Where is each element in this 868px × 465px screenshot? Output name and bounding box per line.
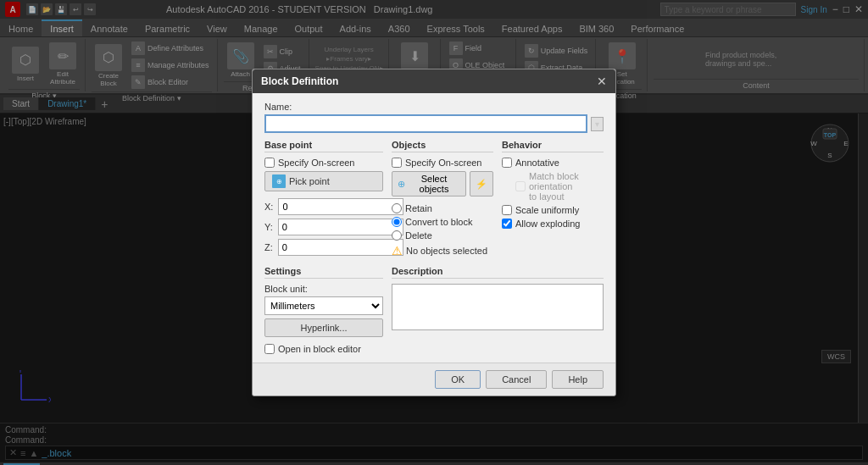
select-objects-button[interactable]: ⊕ Select objects — [392, 171, 466, 197]
pick-point-label: Pick point — [289, 176, 330, 186]
basepoint-specify-checkbox[interactable] — [264, 158, 275, 168]
behavior-title: Behavior — [502, 140, 604, 152]
base-point-col: Base point Specify On-screen ⊕ Pick poin… — [264, 140, 383, 259]
objects-col: Objects Specify On-screen ⊕ Select objec… — [392, 140, 493, 259]
select-objects-row: ⊕ Select objects ⚡ — [392, 171, 493, 197]
objects-specify-row: Specify On-screen — [392, 158, 493, 168]
scale-uniformly-row: Scale uniformly — [502, 205, 604, 215]
description-title: Description — [392, 266, 604, 279]
objects-specify-checkbox[interactable] — [392, 158, 402, 168]
description-col: Description — [392, 266, 604, 337]
x-input[interactable] — [278, 198, 403, 215]
settings-title: Settings — [264, 266, 383, 279]
modal-body: Name: ▾ Base point Specify On-screen ⊕ — [253, 93, 615, 363]
y-input[interactable] — [278, 219, 403, 235]
name-input[interactable] — [264, 114, 587, 133]
open-in-editor-row: Open in block editor — [264, 344, 604, 354]
help-button[interactable]: Help — [552, 370, 604, 389]
convert-radio[interactable] — [392, 217, 402, 227]
select-objects-icon: ⊕ — [398, 179, 405, 190]
match-orientation-checkbox[interactable] — [515, 181, 526, 191]
base-point-title: Base point — [264, 140, 383, 152]
block-unit-select[interactable]: Millimeters Inches Feet Centimeters Mete… — [264, 296, 383, 315]
delete-row: Delete — [392, 230, 493, 241]
scale-uniformly-label: Scale uniformly — [515, 205, 579, 215]
block-unit-label: Block unit: — [264, 284, 383, 294]
x-coord-row: X: — [264, 198, 383, 215]
retain-label: Retain — [405, 203, 432, 213]
match-orientation-row: Match block orientationto layout — [515, 171, 604, 202]
behavior-col: Behavior Annotative Match block orientat… — [502, 140, 604, 259]
convert-label: Convert to block — [405, 217, 472, 227]
quickselect-button[interactable]: ⚡ — [470, 171, 493, 197]
pick-point-icon: ⊕ — [272, 174, 286, 188]
basepoint-specify-row: Specify On-screen — [264, 158, 383, 168]
z-label: Z: — [264, 242, 273, 252]
annotative-row: Annotative — [502, 158, 604, 168]
objects-title: Objects — [392, 140, 493, 152]
allow-exploding-label: Allow exploding — [515, 219, 580, 229]
open-in-editor-label: Open in block editor — [278, 344, 361, 354]
allow-exploding-checkbox[interactable] — [502, 219, 512, 229]
modal-overlay: Block Definition ✕ Name: ▾ Base point — [0, 0, 868, 465]
annotative-checkbox[interactable] — [502, 158, 512, 168]
y-label: Y: — [264, 222, 273, 232]
cancel-button[interactable]: Cancel — [486, 370, 547, 389]
allow-exploding-row: Allow exploding — [502, 219, 604, 229]
retain-radio[interactable] — [392, 203, 402, 213]
modal-footer: OK Cancel Help — [253, 363, 615, 396]
name-label: Name: — [264, 102, 604, 112]
ok-button[interactable]: OK — [435, 370, 481, 389]
z-input[interactable] — [278, 239, 403, 256]
name-section: Name: ▾ — [264, 102, 604, 133]
select-objects-label: Select objects — [408, 174, 460, 194]
delete-label: Delete — [405, 230, 432, 241]
modal-header: Block Definition ✕ — [253, 69, 615, 93]
pick-point-button[interactable]: ⊕ Pick point — [264, 171, 383, 191]
match-orientation-label: Match block orientationto layout — [529, 171, 604, 202]
modal-main-row: Base point Specify On-screen ⊕ Pick poin… — [264, 140, 604, 259]
description-textarea[interactable] — [392, 284, 604, 330]
warning-text: No objects selected — [406, 246, 487, 256]
modal-close-button[interactable]: ✕ — [597, 75, 607, 88]
hyperlink-button[interactable]: Hyperlink... — [264, 318, 383, 337]
warning-icon: ⚠ — [392, 244, 403, 257]
block-definition-dialog: Block Definition ✕ Name: ▾ Base point — [252, 69, 616, 396]
scale-uniformly-checkbox[interactable] — [502, 205, 512, 215]
settings-col: Settings Block unit: Millimeters Inches … — [264, 266, 383, 337]
retain-row: Retain — [392, 203, 493, 213]
delete-radio[interactable] — [392, 230, 402, 241]
modal-title: Block Definition — [261, 75, 338, 87]
objects-specify-label: Specify On-screen — [405, 158, 481, 168]
modal-bottom-row: Settings Block unit: Millimeters Inches … — [264, 266, 604, 337]
z-coord-row: Z: — [264, 239, 383, 256]
y-coord-row: Y: — [264, 219, 383, 235]
warning-row: ⚠ No objects selected — [392, 244, 493, 257]
name-dropdown-icon[interactable]: ▾ — [591, 117, 604, 131]
open-in-editor-checkbox[interactable] — [264, 344, 275, 354]
convert-row: Convert to block — [392, 217, 493, 227]
basepoint-specify-label: Specify On-screen — [278, 158, 354, 168]
x-label: X: — [264, 202, 273, 212]
annotative-label: Annotative — [515, 158, 559, 168]
